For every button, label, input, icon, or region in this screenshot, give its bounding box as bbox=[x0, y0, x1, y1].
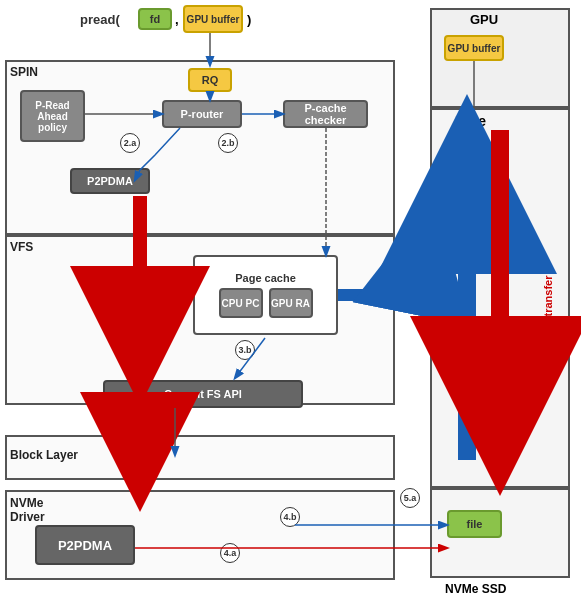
spin-layer-label: SPIN bbox=[10, 65, 38, 79]
address-label: Address bbox=[130, 450, 141, 490]
step-5a: 5.a bbox=[400, 488, 420, 508]
p-router-node: P-router bbox=[162, 100, 242, 128]
step-3b: 3.b bbox=[235, 340, 255, 360]
block-layer-label: Block Layer bbox=[10, 448, 78, 462]
diagram-container: SPIN VFS Block Layer NVMeDriver GPU PCIe… bbox=[0, 0, 581, 593]
step-5b: 5.b bbox=[400, 248, 420, 268]
p-read-ahead-node: P-Read Ahead policy bbox=[20, 90, 85, 142]
p-cache-checker-node: P-cache checker bbox=[283, 100, 368, 128]
rq-node: RQ bbox=[188, 68, 232, 92]
page-cache-label: Page cache bbox=[235, 272, 296, 284]
nvme-layer-label: NVMeDriver bbox=[10, 496, 45, 524]
file-node: file bbox=[447, 510, 502, 538]
step-2b: 2.b bbox=[218, 133, 238, 153]
p2pdma-transfer-label: P2PDMA transfer bbox=[538, 180, 558, 460]
tunneling-label: tunneling bbox=[125, 280, 136, 325]
page-cache-node: Page cache CPU PC GPU RA bbox=[193, 255, 338, 335]
comma: , bbox=[175, 12, 179, 27]
step-4a: 4.a bbox=[220, 543, 240, 563]
pread-text: pread( bbox=[80, 12, 120, 27]
step-4b: 4.b bbox=[280, 507, 300, 527]
pcie-label: PCIe bbox=[455, 113, 486, 129]
nvme-ssd-label: NVMe SSD bbox=[445, 582, 506, 593]
step-3a: 3.a bbox=[98, 290, 118, 310]
step-2a: 2.a bbox=[120, 133, 140, 153]
p2pdma-nvme-node: P2PDMA bbox=[35, 525, 135, 565]
vfs-layer-label: VFS bbox=[10, 240, 33, 254]
gpu-buffer-right-node: GPU buffer bbox=[444, 35, 504, 61]
close-paren: ) bbox=[247, 12, 251, 27]
gpu-box-label: GPU bbox=[470, 12, 498, 27]
cpu-pc-node: CPU PC bbox=[219, 288, 263, 318]
gpu-ra-node: GPU RA bbox=[269, 288, 313, 318]
gpu-buffer-top-node: GPU buffer bbox=[183, 5, 243, 33]
fd-node: fd bbox=[138, 8, 172, 30]
current-fs-api-node: Current FS API bbox=[103, 380, 303, 408]
p2pdma-spin-node: P2PDMA bbox=[70, 168, 150, 194]
